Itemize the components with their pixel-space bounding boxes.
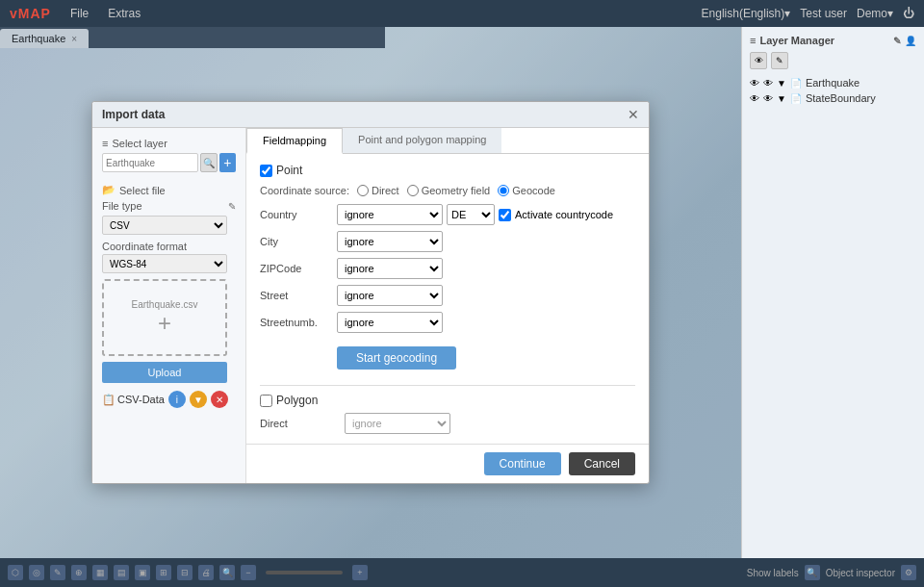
modal-footer: Continue Cancel xyxy=(246,444,649,483)
bt-icon-10[interactable]: 🖨 xyxy=(198,565,214,580)
bt-icon-9[interactable]: ⊟ xyxy=(177,565,192,580)
tab-fieldmapping[interactable]: Fieldmapping xyxy=(246,128,343,154)
demo-selector[interactable]: Demo▾ xyxy=(857,7,893,20)
continue-button[interactable]: Continue xyxy=(484,452,561,475)
import-data-modal: Import data ✕ ≡ Select layer 🔍 + xyxy=(91,101,650,484)
topbar-right: English(English)▾ Test user Demo▾ ⏻ xyxy=(702,7,924,20)
bt-object-inspector-icon[interactable]: 🔍 xyxy=(805,565,820,580)
bt-icon-plus[interactable]: + xyxy=(352,565,368,580)
zipcode-select[interactable]: ignore xyxy=(337,258,443,279)
language-selector[interactable]: English(English)▾ xyxy=(702,7,791,20)
tab-point-polygon[interactable]: Point and polygon mapping xyxy=(343,128,501,153)
start-geocoding-button[interactable]: Start geocoding xyxy=(337,346,456,370)
zoom-slider[interactable] xyxy=(266,571,343,574)
streetnumber-select[interactable]: ignore xyxy=(337,312,443,333)
select-file-label: Select file xyxy=(119,185,166,196)
topbar: vMAP File Extras English(English)▾ Test … xyxy=(0,0,924,27)
layer-item-stateboundary[interactable]: 👁 👁 ▼ 📄 StateBoundary xyxy=(750,90,916,106)
file-type-select[interactable]: CSV xyxy=(102,216,227,235)
bt-icon-5[interactable]: ▦ xyxy=(92,565,108,580)
layer-filter-icon[interactable]: ▼ xyxy=(777,78,786,89)
layer-visibility-eye[interactable]: 👁 xyxy=(750,78,759,89)
country-inputs: ignore DE Activate countrycode xyxy=(337,204,613,225)
layer-sb-eye[interactable]: 👁 xyxy=(750,93,759,104)
direct-row: Direct ignore xyxy=(260,413,635,434)
power-icon[interactable]: ⏻ xyxy=(903,7,914,20)
coord-format-select[interactable]: WGS-84 xyxy=(102,254,227,273)
layer-item-earthquake[interactable]: 👁 👁 ▼ 📄 Earthquake xyxy=(750,75,916,90)
radio-geocode[interactable]: Geocode xyxy=(498,185,555,196)
upload-button[interactable]: Upload xyxy=(102,362,227,383)
cancel-button[interactable]: Cancel xyxy=(569,452,635,475)
layer-earthquake-name: Earthquake xyxy=(806,77,860,89)
radio-direct[interactable]: Direct xyxy=(357,185,399,196)
object-inspector-text: Object inspector xyxy=(826,568,895,578)
polygon-checkbox[interactable] xyxy=(260,395,272,407)
layer-sb-filter[interactable]: ▼ xyxy=(777,93,786,104)
select-layer-icon: ≡ xyxy=(102,138,108,149)
layer-search-button[interactable]: 🔍 xyxy=(200,153,218,172)
zipcode-row: ZIPCode ignore xyxy=(260,258,635,279)
csv-action-blue[interactable]: i xyxy=(168,391,186,408)
menu-extras[interactable]: Extras xyxy=(98,0,150,27)
layer-manager-title: Layer Manager xyxy=(759,35,834,46)
file-type-label: File type xyxy=(102,200,142,212)
layer-manager-icon: ≡ xyxy=(750,35,756,46)
modal-close-button[interactable]: ✕ xyxy=(628,108,639,121)
bt-icon-minus[interactable]: − xyxy=(241,565,256,580)
modal-header: Import data ✕ xyxy=(92,102,649,128)
layer-sb-file: 📄 xyxy=(790,93,802,104)
bt-icon-2[interactable]: ◎ xyxy=(29,565,44,580)
layer-visibility-eye2[interactable]: 👁 xyxy=(763,78,773,89)
bt-icon-4[interactable]: ⊕ xyxy=(71,565,87,580)
country-code-select[interactable]: DE xyxy=(447,204,495,225)
layer-search-input[interactable] xyxy=(102,153,198,172)
city-row: City ignore xyxy=(260,231,635,252)
radio-geometry[interactable]: Geometry field xyxy=(407,185,491,196)
menu-file[interactable]: File xyxy=(61,0,98,27)
select-layer-section: ≡ Select layer 🔍 + xyxy=(102,138,236,172)
bt-icon-3[interactable]: ✎ xyxy=(50,565,65,580)
layer-eye-btn[interactable]: 👁 xyxy=(750,52,767,69)
csv-action-red[interactable]: ✕ xyxy=(211,391,228,408)
activate-countrycode-row: Activate countrycode xyxy=(499,209,613,221)
bottom-toolbar: ⬡ ◎ ✎ ⊕ ▦ ▤ ▣ ⊞ ⊟ 🖨 🔍 − + Show labels 🔍 … xyxy=(0,558,924,587)
layer-sb-eye2[interactable]: 👁 xyxy=(763,93,773,104)
layer-manager-icons: ✎ 👤 xyxy=(893,36,916,46)
select-layer-label: Select layer xyxy=(112,138,167,149)
file-type-row: File type ✎ xyxy=(102,200,236,212)
coord-format-label: Coordinate format xyxy=(102,241,236,252)
bt-settings-icon[interactable]: ⚙ xyxy=(901,565,916,580)
bt-icon-search[interactable]: 🔍 xyxy=(219,565,235,580)
right-panel: ≡ Layer Manager ✎ 👤 👁 ✎ 👁 👁 ▼ 📄 Earthqua… xyxy=(741,27,924,585)
layer-edit-btn[interactable]: ✎ xyxy=(771,52,788,69)
city-select[interactable]: ignore xyxy=(337,231,443,252)
direct-select[interactable]: ignore xyxy=(345,413,450,434)
polygon-checkbox-label[interactable]: Polygon xyxy=(260,394,318,407)
modal-overlay: Import data ✕ ≡ Select layer 🔍 + xyxy=(0,27,741,558)
bt-icon-6[interactable]: ▤ xyxy=(114,565,129,580)
point-checkbox-label[interactable]: Point xyxy=(260,164,302,177)
streetnumber-label: Streetnumb. xyxy=(260,317,337,328)
layer-manager-header: ≡ Layer Manager ✎ 👤 xyxy=(750,35,916,46)
layer-add-button[interactable]: + xyxy=(219,153,236,172)
bt-icon-7[interactable]: ▣ xyxy=(135,565,150,580)
edit-icon[interactable]: ✎ xyxy=(893,36,901,46)
country-select[interactable]: ignore xyxy=(337,204,443,225)
file-drop-zone[interactable]: Earthquake.csv + xyxy=(102,279,227,356)
point-checkbox[interactable] xyxy=(260,165,272,177)
bt-icon-1[interactable]: ⬡ xyxy=(8,565,23,580)
file-type-edit-icon[interactable]: ✎ xyxy=(228,201,236,212)
select-file-title: 📂 Select file xyxy=(102,184,236,196)
person-icon[interactable]: 👤 xyxy=(905,36,916,46)
polygon-row: Polygon xyxy=(260,394,635,407)
divider xyxy=(260,385,635,386)
street-select[interactable]: ignore xyxy=(337,285,443,306)
bt-icon-8[interactable]: ⊞ xyxy=(156,565,171,580)
country-row: Country ignore DE Activate countrycode xyxy=(260,204,635,225)
point-row: Point xyxy=(260,164,635,177)
csv-action-orange[interactable]: ▼ xyxy=(190,391,207,408)
activate-countrycode-checkbox[interactable] xyxy=(499,209,511,221)
csv-data-row: 📋 CSV-Data i ▼ ✕ xyxy=(102,391,236,408)
layer-stateboundary-name: StateBoundary xyxy=(806,92,876,104)
